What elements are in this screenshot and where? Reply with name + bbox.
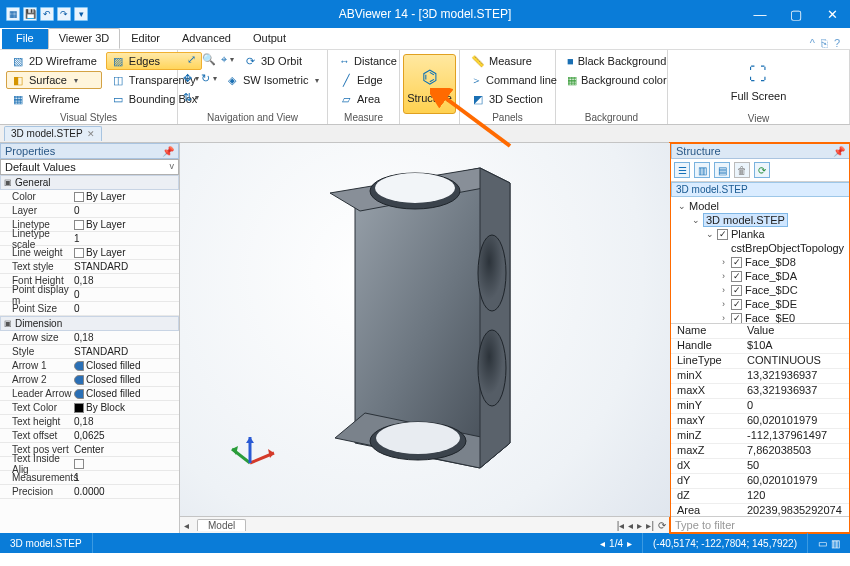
btn-edge[interactable]: ╱Edge (334, 71, 393, 89)
page-prev-icon[interactable]: ◂ (600, 538, 605, 549)
btn-area[interactable]: ▱Area (334, 90, 393, 108)
prop-row[interactable]: Leader ArrowClosed filled (0, 387, 179, 401)
status-icon-layer[interactable]: ▥ (831, 538, 840, 549)
tab-advanced[interactable]: Advanced (171, 28, 242, 49)
prop-row[interactable]: StyleSTANDARD (0, 345, 179, 359)
qat-redo-icon[interactable]: ↷ (57, 7, 71, 21)
btn-background-color[interactable]: ▦Background color (562, 71, 661, 89)
prop-row[interactable]: Point display m0 (0, 288, 179, 302)
zoom-window-icon[interactable]: 🔍 (202, 52, 216, 66)
prop-row[interactable]: Precision0.0000 (0, 485, 179, 499)
vp-nav-first-icon[interactable]: |◂ (617, 520, 625, 531)
struct-prop-row[interactable]: maxX63,321936937 (671, 384, 850, 399)
tree-node[interactable]: cstBrepObjectTopology (673, 241, 850, 255)
close-tab-icon[interactable]: ✕ (87, 129, 95, 139)
tab-viewer-3d[interactable]: Viewer 3D (48, 28, 121, 49)
zoom-dropdown-icon[interactable]: ⌖ (220, 52, 234, 66)
tree-node[interactable]: ›✓Face_$D8 (673, 255, 850, 269)
vp-nav-last-icon[interactable]: ▸| (646, 520, 654, 531)
tree-node[interactable]: ⌄3D model.STEP (673, 213, 850, 227)
struct-tb-view3-icon[interactable]: ▤ (714, 162, 730, 178)
page-next-icon[interactable]: ▸ (627, 538, 632, 549)
qat-save-icon[interactable]: 💾 (23, 7, 37, 21)
prop-row[interactable]: Line weightBy Layer (0, 246, 179, 260)
prop-row[interactable]: Measurements1 (0, 471, 179, 485)
maximize-button[interactable]: ▢ (778, 0, 814, 28)
btn-2d-wireframe[interactable]: ▧2D Wireframe (6, 52, 102, 70)
struct-tb-refresh-icon[interactable]: ⟳ (754, 162, 770, 178)
btn-sw-isometric[interactable]: ◈SW Isometric (220, 71, 324, 89)
struct-tb-view2-icon[interactable]: ▥ (694, 162, 710, 178)
struct-prop-row[interactable]: Area20239,9835292074 (671, 504, 850, 516)
vp-nav-refresh-icon[interactable]: ⟳ (658, 520, 666, 531)
struct-prop-row[interactable]: LineTypeCONTINUOUS (671, 354, 850, 369)
zoom-fit-icon[interactable]: ⤢ (184, 52, 198, 66)
minimize-button[interactable]: — (742, 0, 778, 28)
struct-prop-row[interactable]: Handle$10A (671, 339, 850, 354)
prop-row[interactable]: Text ColorBy Block (0, 401, 179, 415)
prop-row[interactable]: Text Inside Alig (0, 457, 179, 471)
btn-black-background[interactable]: ■Black Background (562, 52, 661, 70)
prop-row[interactable]: Arrow 1Closed filled (0, 359, 179, 373)
structure-filter-input[interactable]: Type to filter (671, 516, 850, 533)
prop-row[interactable]: Text height0,18 (0, 415, 179, 429)
rotate-icon[interactable]: ↻ (202, 71, 216, 85)
struct-prop-row[interactable]: dY60,020101979 (671, 474, 850, 489)
tree-node[interactable]: ›✓Face_$DA (673, 269, 850, 283)
tree-node[interactable]: ⌄✓Planka (673, 227, 850, 241)
prop-section-dimension[interactable]: ▣Dimension (0, 316, 179, 331)
btn-wireframe[interactable]: ▦Wireframe (6, 90, 102, 108)
quickaccess-icon[interactable]: ⎘ (821, 37, 828, 49)
btn-distance[interactable]: ↔Distance (334, 52, 393, 70)
btn-measure-panel[interactable]: 📏Measure (466, 52, 549, 70)
btn-3d-section[interactable]: ◩3D Section (466, 90, 549, 108)
vp-tab-prev-icon[interactable]: ◂ (184, 520, 189, 531)
tree-node[interactable]: ›✓Face_$DC (673, 283, 850, 297)
close-button[interactable]: ✕ (814, 0, 850, 28)
prop-row[interactable]: Layer0 (0, 204, 179, 218)
prop-row[interactable]: Arrow 2Closed filled (0, 373, 179, 387)
btn-structure[interactable]: ⌬ Structure (403, 54, 456, 114)
prop-row[interactable]: Text styleSTANDARD (0, 260, 179, 274)
struct-prop-row[interactable]: dX50 (671, 459, 850, 474)
btn-3d-orbit[interactable]: ⟳3D Orbit (238, 52, 307, 70)
properties-filter-combo[interactable]: Default Values (0, 159, 179, 175)
vp-nav-next-icon[interactable]: ▸ (637, 520, 642, 531)
prop-row[interactable]: Linetype scale1 (0, 232, 179, 246)
prop-row[interactable]: Text offset0,0625 (0, 429, 179, 443)
3d-viewport[interactable] (180, 143, 670, 517)
nav-extra-icon[interactable]: ⇅ (184, 90, 198, 104)
struct-prop-row[interactable]: minZ-112,137961497 (671, 429, 850, 444)
struct-tb-delete-icon[interactable]: 🗑 (734, 162, 750, 178)
tree-node[interactable]: ›✓Face_$E0 (673, 311, 850, 324)
qat-undo-icon[interactable]: ↶ (40, 7, 54, 21)
tab-editor[interactable]: Editor (120, 28, 171, 49)
prop-section-general[interactable]: ▣General (0, 175, 179, 190)
btn-full-screen[interactable]: ⛶ Full Screen (721, 52, 797, 112)
status-icon-doc[interactable]: ▭ (818, 538, 827, 549)
prop-row[interactable]: Point Size0 (0, 302, 179, 316)
tree-node[interactable]: ⌄Model (673, 199, 850, 213)
pin-icon[interactable]: 📌 (162, 146, 174, 157)
qat-customize-icon[interactable]: ▾ (74, 7, 88, 21)
struct-prop-row[interactable]: maxZ7,862038503 (671, 444, 850, 459)
ribbon-collapse-icon[interactable]: ^ (810, 37, 815, 49)
struct-prop-row[interactable]: maxY60,020101979 (671, 414, 850, 429)
help-icon[interactable]: ? (834, 37, 840, 49)
pan-icon[interactable]: ✥ (184, 71, 198, 85)
struct-prop-row[interactable]: dZ120 (671, 489, 850, 504)
struct-prop-row[interactable]: minY0 (671, 399, 850, 414)
pin-icon[interactable]: 📌 (833, 146, 845, 157)
tab-output[interactable]: Output (242, 28, 297, 49)
struct-tb-view1-icon[interactable]: ☰ (674, 162, 690, 178)
document-tab[interactable]: 3D model.STEP ✕ (4, 126, 102, 141)
struct-prop-row[interactable]: minX13,321936937 (671, 369, 850, 384)
tree-node[interactable]: ›✓Face_$DE (673, 297, 850, 311)
viewport-tab-model[interactable]: Model (197, 519, 246, 531)
prop-row[interactable]: ColorBy Layer (0, 190, 179, 204)
btn-command-line[interactable]: ＞Command line (466, 71, 549, 89)
prop-row[interactable]: Arrow size0,18 (0, 331, 179, 345)
vp-nav-prev-icon[interactable]: ◂ (628, 520, 633, 531)
file-menu[interactable]: File (2, 29, 48, 49)
btn-surface[interactable]: ◧Surface (6, 71, 102, 89)
